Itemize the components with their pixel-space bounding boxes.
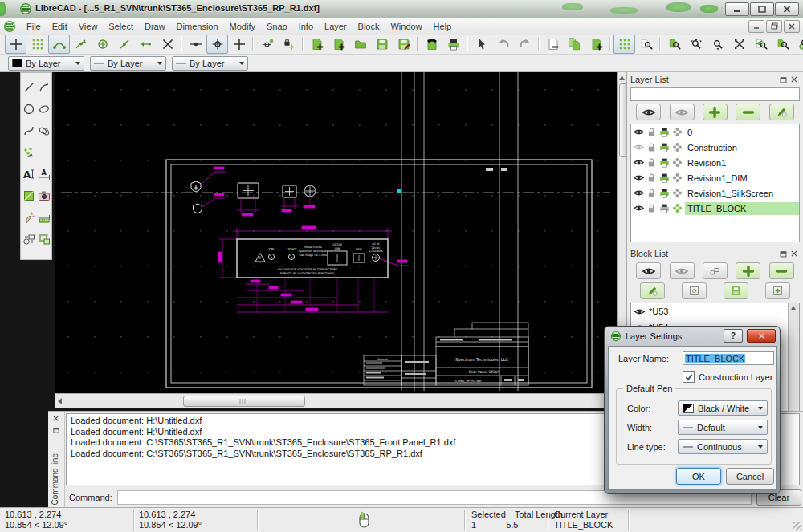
block-list-scrollbar[interactable] <box>788 303 799 417</box>
layer-row-selected[interactable]: TITLE_BLOCK <box>631 201 799 216</box>
snap-on-entity-icon[interactable] <box>70 35 92 54</box>
tool-ellipse-icon[interactable] <box>36 98 51 120</box>
snap-grid-icon[interactable] <box>26 35 48 54</box>
layer-row[interactable]: Revision1 <box>631 155 799 170</box>
help-icon[interactable]: ? <box>724 329 743 343</box>
layer-row[interactable]: Construction <box>631 140 799 155</box>
menu-help[interactable]: Help <box>428 19 458 34</box>
cancel-button[interactable]: Cancel <box>726 468 774 485</box>
copy-icon[interactable] <box>564 35 585 54</box>
close-panel-icon[interactable] <box>789 249 800 258</box>
linetype-select[interactable]: Continuous <box>678 439 768 454</box>
menu-file[interactable]: File <box>21 19 47 34</box>
save-icon[interactable] <box>371 35 393 54</box>
mdi-close-icon[interactable] <box>784 20 800 33</box>
print-icon[interactable] <box>442 35 464 54</box>
menu-window[interactable]: Window <box>385 19 427 34</box>
pen-width-selector[interactable]: By Layer <box>90 56 166 71</box>
dialog-title-bar[interactable]: Layer Settings ? <box>605 327 780 345</box>
minimize-icon[interactable] <box>725 2 749 16</box>
zoom-out-icon[interactable] <box>707 35 728 54</box>
resize-grip[interactable] <box>793 522 801 530</box>
scroll-up-icon[interactable] <box>791 306 796 310</box>
toggle-block-visibility-icon[interactable] <box>703 262 728 279</box>
menu-snap[interactable]: Snap <box>261 19 293 34</box>
remove-layer-icon[interactable] <box>736 104 760 120</box>
horizontal-scroll-thumb[interactable] <box>183 396 305 407</box>
tool-block-icon[interactable] <box>21 228 36 250</box>
tool-spline-icon[interactable] <box>21 120 36 141</box>
tool-circle-icon[interactable] <box>21 98 36 120</box>
print-preview-icon[interactable] <box>421 35 442 54</box>
close-panel-icon[interactable] <box>789 75 800 84</box>
menu-view[interactable]: View <box>73 19 104 34</box>
float-panel-icon[interactable] <box>51 425 60 434</box>
tool-measure-icon[interactable] <box>36 206 51 228</box>
undo-icon[interactable] <box>492 35 514 54</box>
snap-intersection-icon[interactable] <box>157 35 178 54</box>
zoom-redraw-icon[interactable] <box>772 35 793 54</box>
layer-name-input[interactable]: TITLE_BLOCK <box>683 351 774 365</box>
mdi-minimize-icon[interactable] <box>748 20 764 33</box>
freeze-all-blocks-icon[interactable] <box>670 262 695 279</box>
grid-toggle-icon[interactable] <box>613 35 635 54</box>
edit-block-icon[interactable] <box>682 282 707 299</box>
horizontal-scrollbar[interactable] <box>55 393 617 408</box>
float-panel-icon[interactable] <box>777 249 789 258</box>
menu-info[interactable]: Info <box>293 19 319 34</box>
layer-row[interactable]: 0 <box>631 124 799 140</box>
tool-edit-entity-icon[interactable] <box>21 206 36 228</box>
scroll-left-icon[interactable] <box>58 398 62 404</box>
defreeze-all-layers-icon[interactable] <box>636 104 661 120</box>
construction-layer-checkbox[interactable]: Construction Layer <box>683 371 772 383</box>
layer-filter-input[interactable] <box>630 87 800 101</box>
save-as-icon[interactable] <box>393 35 414 54</box>
zoom-pan-icon[interactable] <box>793 35 803 54</box>
save-block-icon[interactable] <box>724 282 748 299</box>
tool-image-icon[interactable] <box>36 185 51 206</box>
snap-free-icon[interactable] <box>5 35 26 54</box>
menu-modify[interactable]: Modify <box>224 19 261 34</box>
menu-layer[interactable]: Layer <box>319 19 353 34</box>
tool-line-icon[interactable] <box>21 76 36 98</box>
remove-block-icon[interactable] <box>769 262 794 279</box>
close-icon[interactable] <box>775 2 799 16</box>
title-bar[interactable]: LibreCAD - [...5_R1_SVN\trunk\ST365_Encl… <box>0 0 803 18</box>
select-pointer-icon[interactable] <box>471 35 492 54</box>
menu-dimension[interactable]: Dimension <box>171 19 224 34</box>
close-document-icon[interactable] <box>542 35 564 54</box>
dialog-close-icon[interactable] <box>747 329 776 343</box>
paste-icon[interactable] <box>585 35 607 54</box>
attributes-block-icon[interactable] <box>640 282 665 299</box>
snap-middle-icon[interactable] <box>113 35 135 54</box>
add-layer-icon[interactable] <box>703 104 728 120</box>
mdi-restore-icon[interactable] <box>766 20 782 33</box>
modify-layer-icon[interactable] <box>769 104 794 120</box>
snap-endpoint-icon[interactable] <box>48 35 70 54</box>
float-panel-icon[interactable] <box>777 75 789 84</box>
menu-draw[interactable]: Draw <box>139 19 171 34</box>
tool-dimension-icon[interactable]: A <box>36 163 51 185</box>
tool-hatch-icon[interactable] <box>21 185 36 206</box>
pen-color-selector[interactable]: By Layer <box>8 56 84 71</box>
ok-button[interactable]: OK <box>676 468 721 485</box>
color-select[interactable]: Black / White <box>678 400 768 416</box>
redo-icon[interactable] <box>514 35 536 54</box>
close-panel-icon[interactable] <box>51 414 60 423</box>
zoom-auto-icon[interactable] <box>728 35 750 54</box>
drawing-canvas[interactable]: ON LIGHT Made in USA Spectrum Techniques… <box>55 72 617 393</box>
width-select[interactable]: Default <box>678 420 768 435</box>
zoom-previous-icon[interactable] <box>750 35 772 54</box>
restrict-nothing-icon[interactable] <box>185 35 206 54</box>
snap-center-icon[interactable] <box>92 35 113 54</box>
pen-linetype-selector[interactable]: By Layer <box>172 56 248 71</box>
tool-text-icon[interactable]: A <box>21 163 36 185</box>
tool-polyline-icon[interactable] <box>21 141 36 163</box>
open-file-icon[interactable] <box>349 35 371 54</box>
zoom-window-icon[interactable] <box>663 35 685 54</box>
restrict-orthogonal-icon[interactable] <box>206 35 228 54</box>
maximize-icon[interactable] <box>750 2 774 16</box>
lock-relative-zero-icon[interactable] <box>278 35 300 54</box>
tool-ellipse-arc-icon[interactable] <box>36 120 51 141</box>
tool-arc-icon[interactable] <box>36 76 51 98</box>
